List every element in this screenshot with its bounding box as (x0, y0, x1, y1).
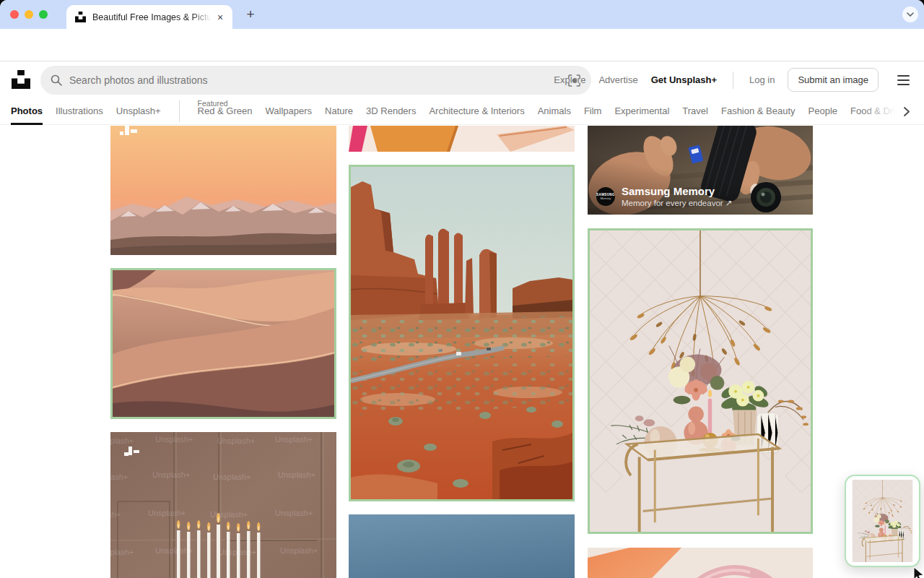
browser-tab[interactable]: Beautiful Free Images & Pictu × (66, 5, 232, 29)
photo-grid: Unsplash+ Unsplash+ Unsplash+ Unsplash+ … (0, 125, 924, 578)
nav-item-people[interactable]: People (808, 98, 837, 124)
nav-item-architecture-interiors[interactable]: Architecture & Interiors (429, 98, 524, 124)
search-bar[interactable] (40, 66, 591, 95)
photo-holiday-flower-cart[interactable] (588, 228, 813, 534)
tab-title: Beautiful Free Images & Pictu (92, 12, 214, 22)
nav-item-fashion-beauty[interactable]: Fashion & Beauty (721, 98, 796, 124)
tab-search-chevron-icon[interactable] (902, 7, 918, 22)
browser-window: Beautiful Free Images & Pictu × + unspla… (0, 0, 924, 578)
search-icon (51, 74, 62, 86)
photo-abstract-shapes[interactable] (349, 126, 575, 152)
mouse-cursor (912, 566, 924, 578)
submit-image-button[interactable]: Submit an image (788, 68, 879, 92)
ad-attribution[interactable]: SAMSUNG Memory Samsung Memory Memory for… (596, 185, 732, 208)
minimize-window-button[interactable] (25, 10, 33, 19)
new-tab-button[interactable]: + (243, 7, 258, 22)
photo-desert-canyon[interactable] (349, 165, 575, 501)
photo-sunset-mountains[interactable] (110, 126, 336, 255)
ad-brand-name[interactable]: Samsung Memory (622, 185, 732, 198)
ad-tagline[interactable]: Memory for every endeavor ↗ (622, 198, 732, 208)
nav-item-travel[interactable]: Travel (682, 98, 708, 124)
nav-scroll-right-icon[interactable] (899, 104, 914, 118)
nav-item-experimental[interactable]: Experimental (614, 98, 669, 124)
nav-item-wallpapers[interactable]: Wallpapers (265, 98, 312, 124)
nav-item-food-drink[interactable]: Food & Drink (850, 98, 905, 124)
nav-item-nature[interactable]: Nature (325, 98, 353, 124)
header-actions: Explore Advertise Get Unsplash+ Log in S… (554, 62, 912, 98)
header-divider (733, 72, 733, 89)
nav-item-illustrations[interactable]: Illustrations (56, 98, 103, 124)
nav-item-3d-renders[interactable]: 3D Renders (366, 98, 416, 124)
nav-item-film[interactable]: Film (584, 98, 602, 124)
advertise-link[interactable]: Advertise (598, 74, 637, 85)
category-nav: Photos Illustrations Unsplash+ FeaturedR… (0, 98, 924, 125)
unsplash-header: Explore Advertise Get Unsplash+ Log in S… (0, 62, 924, 98)
close-window-button[interactable] (10, 10, 19, 19)
browser-toolbar: unsplash.com (0, 29, 924, 61)
close-tab-icon[interactable]: × (214, 11, 227, 24)
photo-white-candles[interactable]: Unsplash+ Unsplash+ Unsplash+ Unsplash+ … (110, 432, 336, 578)
photo-blue-sky[interactable] (349, 514, 575, 578)
search-input[interactable] (69, 74, 567, 86)
get-unsplash-plus-link[interactable]: Get Unsplash+ (651, 74, 717, 85)
samsung-memory-avatar: SAMSUNG Memory (596, 187, 615, 206)
unsplash-favicon (75, 12, 86, 22)
nav-item-animals[interactable]: Animals (538, 98, 571, 124)
nav-item-red-and-green[interactable]: FeaturedRed & Green (198, 98, 253, 124)
hamburger-menu-icon[interactable] (894, 72, 912, 88)
drag-preview-thumbnail (845, 475, 920, 567)
fullscreen-window-button[interactable] (39, 10, 48, 19)
external-link-arrow-icon: ↗ (725, 199, 733, 207)
unsplash-logo[interactable] (12, 70, 30, 89)
tab-strip: Beautiful Free Images & Pictu × + (0, 0, 924, 29)
featured-label: Featured (198, 99, 228, 108)
explore-link[interactable]: Explore (554, 74, 585, 85)
nav-divider (179, 100, 180, 122)
nav-item-photos[interactable]: Photos (11, 98, 43, 124)
photo-sand-dunes[interactable] (110, 268, 336, 419)
nav-item-unsplash-plus[interactable]: Unsplash+ (116, 98, 161, 124)
nav-item-archival[interactable]: Archival (918, 98, 924, 124)
login-link[interactable]: Log in (749, 74, 775, 85)
ad-samsung-memory[interactable]: SAMSUNG Memory Samsung Memory Memory for… (588, 126, 813, 215)
photo-pink-glass-abstract[interactable] (588, 548, 813, 578)
